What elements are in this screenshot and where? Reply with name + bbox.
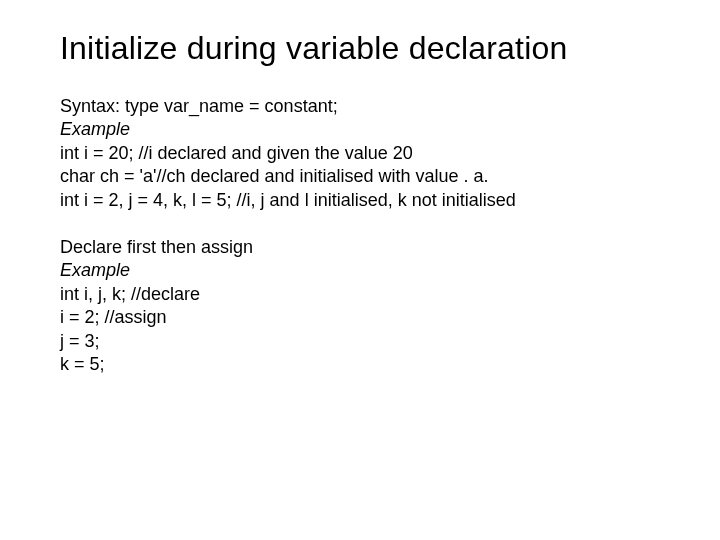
heading-line: Declare first then assign [60, 236, 670, 259]
code-line: int i = 20; //i declared and given the v… [60, 142, 670, 165]
slide: Initialize during variable declaration S… [0, 0, 720, 540]
code-line: k = 5; [60, 353, 670, 376]
syntax-line: Syntax: type var_name = constant; [60, 95, 670, 118]
code-line: int i, j, k; //declare [60, 283, 670, 306]
block-declare-assign: Declare first then assign Example int i,… [60, 236, 670, 376]
block-initialize: Syntax: type var_name = constant; Exampl… [60, 95, 670, 212]
page-title: Initialize during variable declaration [60, 30, 670, 67]
example-label: Example [60, 118, 670, 141]
code-line: char ch = 'a'//ch declared and initialis… [60, 165, 670, 188]
code-line: j = 3; [60, 330, 670, 353]
example-label: Example [60, 259, 670, 282]
code-line: int i = 2, j = 4, k, l = 5; //i, j and l… [60, 189, 670, 212]
code-line: i = 2; //assign [60, 306, 670, 329]
